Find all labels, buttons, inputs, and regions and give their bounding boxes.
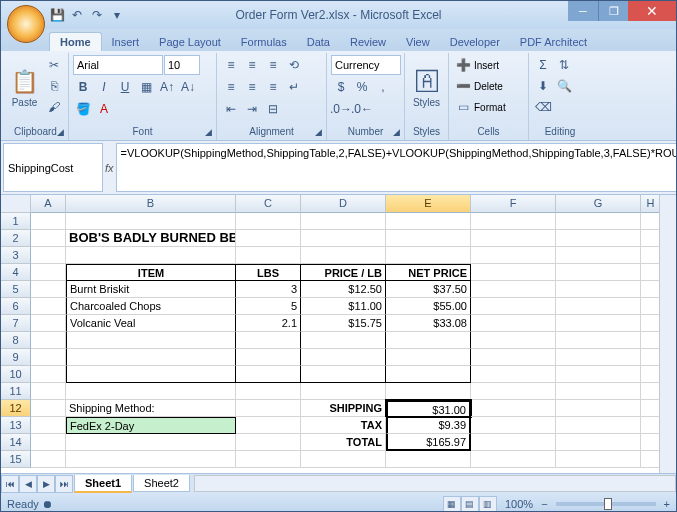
- col-header-E[interactable]: E: [386, 195, 471, 213]
- cell[interactable]: [236, 417, 301, 434]
- number-format-combo[interactable]: [331, 55, 401, 75]
- row-header-2[interactable]: 2: [1, 230, 31, 247]
- cell[interactable]: [556, 247, 641, 264]
- cell[interactable]: 3: [236, 281, 301, 298]
- decrease-decimal-button[interactable]: .0←: [352, 99, 372, 119]
- name-box[interactable]: [3, 143, 103, 192]
- find-button[interactable]: 🔍: [554, 76, 574, 96]
- minimize-button[interactable]: ─: [568, 1, 598, 21]
- horizontal-scrollbar[interactable]: [194, 475, 676, 492]
- cell[interactable]: TAX: [301, 417, 386, 434]
- align-right-button[interactable]: ≡: [263, 77, 283, 97]
- cell[interactable]: [31, 434, 66, 451]
- cell[interactable]: NET PRICE: [386, 264, 471, 281]
- cell[interactable]: $15.75: [301, 315, 386, 332]
- cell[interactable]: [31, 247, 66, 264]
- cell[interactable]: [31, 349, 66, 366]
- clear-button[interactable]: ⌫: [533, 97, 553, 117]
- cell[interactable]: $165.97: [386, 434, 471, 451]
- sheet-tab-2[interactable]: Sheet2: [133, 475, 190, 492]
- cell[interactable]: [641, 315, 661, 332]
- currency-button[interactable]: $: [331, 77, 351, 97]
- row-header-9[interactable]: 9: [1, 349, 31, 366]
- cell[interactable]: [31, 298, 66, 315]
- cell[interactable]: [471, 264, 556, 281]
- cell[interactable]: [31, 264, 66, 281]
- tab-insert[interactable]: Insert: [102, 33, 150, 51]
- cell[interactable]: LBS: [236, 264, 301, 281]
- increase-indent-button[interactable]: ⇥: [242, 99, 262, 119]
- decrease-indent-button[interactable]: ⇤: [221, 99, 241, 119]
- cell[interactable]: [386, 230, 471, 247]
- zoom-out-button[interactable]: −: [541, 498, 547, 510]
- tab-data[interactable]: Data: [297, 33, 340, 51]
- comma-button[interactable]: ,: [373, 77, 393, 97]
- sheet-nav-last[interactable]: ⏭: [55, 475, 73, 493]
- cell[interactable]: [66, 247, 236, 264]
- undo-icon[interactable]: ↶: [69, 7, 85, 23]
- cell[interactable]: [556, 281, 641, 298]
- cell[interactable]: [236, 366, 301, 383]
- col-header-D[interactable]: D: [301, 195, 386, 213]
- tab-formulas[interactable]: Formulas: [231, 33, 297, 51]
- cell[interactable]: [236, 349, 301, 366]
- cell[interactable]: [471, 281, 556, 298]
- cell[interactable]: Charcoaled Chops: [66, 298, 236, 315]
- underline-button[interactable]: U: [115, 77, 135, 97]
- cell[interactable]: [236, 230, 301, 247]
- cell[interactable]: [66, 434, 236, 451]
- cell[interactable]: [471, 400, 556, 417]
- cell[interactable]: [31, 451, 66, 468]
- clipboard-launcher[interactable]: ◢: [54, 126, 66, 138]
- align-top-button[interactable]: ≡: [221, 55, 241, 75]
- sheet-tab-1[interactable]: Sheet1: [74, 475, 132, 493]
- tab-page-layout[interactable]: Page Layout: [149, 33, 231, 51]
- cell[interactable]: PRICE / LB: [301, 264, 386, 281]
- cell[interactable]: [31, 400, 66, 417]
- insert-cells-button[interactable]: ➕Insert: [453, 55, 524, 75]
- col-header-H[interactable]: H: [641, 195, 661, 213]
- cell[interactable]: [301, 213, 386, 230]
- cell[interactable]: ITEM: [66, 264, 236, 281]
- cell[interactable]: Volcanic Veal: [66, 315, 236, 332]
- cell[interactable]: Burnt Briskit: [66, 281, 236, 298]
- border-button[interactable]: ▦: [136, 77, 156, 97]
- font-color-button[interactable]: A: [94, 99, 114, 119]
- cell[interactable]: [556, 230, 641, 247]
- zoom-level[interactable]: 100%: [505, 498, 533, 510]
- cell[interactable]: [66, 213, 236, 230]
- cell[interactable]: [471, 451, 556, 468]
- cell[interactable]: [301, 230, 386, 247]
- tab-developer[interactable]: Developer: [440, 33, 510, 51]
- cell[interactable]: [641, 247, 661, 264]
- sheet-nav-first[interactable]: ⏮: [1, 475, 19, 493]
- cell[interactable]: [641, 434, 661, 451]
- cell[interactable]: $33.08: [386, 315, 471, 332]
- align-bottom-button[interactable]: ≡: [263, 55, 283, 75]
- cell[interactable]: [236, 213, 301, 230]
- cell[interactable]: [66, 383, 236, 400]
- page-layout-view-button[interactable]: ▤: [461, 496, 479, 512]
- cell[interactable]: [556, 315, 641, 332]
- cell[interactable]: [66, 366, 236, 383]
- cells-area[interactable]: BOB'S BADLY BURNED BBQITEMLBSPRICE / LBN…: [31, 213, 661, 468]
- col-header-G[interactable]: G: [556, 195, 641, 213]
- alignment-launcher[interactable]: ◢: [312, 126, 324, 138]
- cell[interactable]: $9.39: [386, 417, 471, 434]
- row-header-14[interactable]: 14: [1, 434, 31, 451]
- cell[interactable]: [641, 417, 661, 434]
- row-header-1[interactable]: 1: [1, 213, 31, 230]
- cell[interactable]: [556, 298, 641, 315]
- cell[interactable]: [301, 247, 386, 264]
- align-center-button[interactable]: ≡: [242, 77, 262, 97]
- cell[interactable]: [386, 332, 471, 349]
- cell[interactable]: [31, 383, 66, 400]
- paste-button[interactable]: 📋Paste: [7, 55, 42, 121]
- format-painter-button[interactable]: 🖌: [44, 97, 64, 117]
- cell[interactable]: [236, 434, 301, 451]
- grow-font-button[interactable]: A↑: [157, 77, 177, 97]
- cell[interactable]: [641, 383, 661, 400]
- orientation-button[interactable]: ⟲: [284, 55, 304, 75]
- cell[interactable]: FedEx 2-Day: [66, 417, 236, 434]
- cut-button[interactable]: ✂: [44, 55, 64, 75]
